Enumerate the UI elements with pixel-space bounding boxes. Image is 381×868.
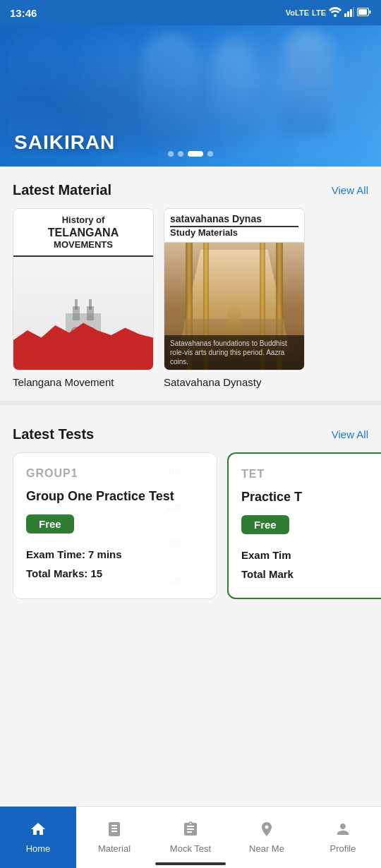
nav-item-home[interactable]: Home	[0, 807, 76, 868]
mock-test-nav-label: Mock Test	[170, 843, 211, 854]
hero-dot-4	[207, 151, 213, 157]
home-icon	[30, 821, 47, 840]
status-bar: 13:46 VoLTE LTE	[0, 0, 381, 25]
latest-material-header: Latest Material View All	[0, 167, 381, 208]
hero-banner: SAIKIRAN	[0, 25, 381, 167]
telangana-image-area	[13, 257, 153, 370]
telangana-book-cover: History of TELANGANA MOVEMENTS	[13, 209, 153, 370]
status-icons: VoLTE LTE	[286, 7, 371, 19]
lte-icon: LTE	[312, 8, 326, 17]
satavahana-footer: Satavahanas foundations to Buddhist role…	[164, 335, 304, 370]
latest-tests-title: Latest Tests	[13, 426, 94, 442]
material-card-telangana[interactable]: History of TELANGANA MOVEMENTS	[13, 208, 154, 388]
status-time: 13:46	[10, 7, 37, 19]
crowd-silhouette	[13, 320, 153, 370]
near-me-icon	[258, 821, 275, 840]
svg-rect-6	[370, 10, 371, 13]
wifi-icon	[329, 7, 341, 19]
watermark-tet: 100200300400	[346, 454, 381, 598]
profile-icon	[334, 821, 351, 840]
svg-rect-1	[344, 13, 346, 17]
telangana-book-line3: MOVEMENTS	[19, 239, 147, 251]
hero-title: SAIKIRAN	[14, 131, 115, 154]
satavahana-corridor: Satavahanas foundations to Buddhist role…	[164, 243, 304, 370]
main-content: Latest Material View All History of TELA…	[0, 167, 381, 673]
latest-material-title: Latest Material	[13, 182, 111, 198]
satavahana-title: satavahanas Dynas	[170, 213, 298, 227]
material-card-img-telangana: History of TELANGANA MOVEMENTS	[13, 208, 154, 370]
battery-icon	[357, 8, 371, 18]
svg-point-0	[334, 14, 337, 17]
svg-rect-7	[358, 9, 367, 15]
home-indicator	[155, 862, 226, 865]
material-icon	[106, 821, 123, 840]
latest-tests-section: Latest Tests View All 100200300400 GROUP…	[0, 411, 381, 609]
near-me-nav-label: Near Me	[249, 843, 284, 854]
free-badge-group1: Free	[26, 514, 74, 534]
satavahana-footer-text: Satavahanas foundations to Buddhist role…	[170, 339, 298, 366]
bottom-nav: Home Material Mock Test Near Me	[0, 806, 381, 868]
material-card-img-satavahana: satavahanas Dynas Study Materials	[164, 208, 305, 370]
tests-view-all[interactable]: View All	[332, 428, 368, 440]
material-card-satavahana[interactable]: satavahanas Dynas Study Materials	[164, 208, 305, 388]
hero-dot-3	[188, 151, 203, 157]
material-row: History of TELANGANA MOVEMENTS	[0, 208, 381, 395]
free-badge-tet: Free	[241, 515, 289, 534]
watermark-group1: 100200300400	[132, 453, 217, 598]
telangana-book-line2: TELANGANA	[19, 226, 147, 239]
nav-item-near-me[interactable]: Near Me	[229, 815, 305, 860]
mock-test-icon	[182, 821, 199, 840]
telangana-book-top: History of TELANGANA MOVEMENTS	[13, 209, 153, 257]
satavahana-sub: Study Materials	[170, 227, 298, 238]
volte-icon: VoLTE	[286, 8, 309, 17]
svg-rect-2	[347, 11, 349, 17]
satavahana-book-cover: satavahanas Dynas Study Materials	[164, 209, 304, 370]
svg-rect-12	[89, 299, 92, 310]
hero-dot-2	[178, 151, 183, 157]
telangana-card-label: Telangana Movement	[13, 376, 154, 388]
test-card-tet[interactable]: 100200300400 TET Practice T Free Exam Ti…	[227, 452, 381, 599]
svg-rect-4	[353, 7, 354, 17]
profile-nav-label: Profile	[330, 843, 356, 854]
latest-material-section: Latest Material View All History of TELA…	[0, 167, 381, 395]
hero-dots	[168, 151, 213, 157]
nav-item-material[interactable]: Material	[76, 815, 152, 860]
satavahana-book-header: satavahanas Dynas Study Materials	[164, 209, 304, 243]
svg-rect-11	[75, 299, 78, 310]
separator	[0, 401, 381, 405]
svg-rect-3	[350, 9, 352, 17]
material-nav-label: Material	[98, 843, 131, 854]
tests-row: 100200300400 GROUP1 Group One Practice T…	[0, 452, 381, 609]
signal-icon	[344, 7, 354, 19]
material-view-all[interactable]: View All	[332, 184, 368, 196]
telangana-book-line1: History of	[19, 215, 147, 226]
nav-item-profile[interactable]: Profile	[305, 815, 381, 860]
hero-dot-1	[168, 151, 174, 157]
test-card-group1[interactable]: 100200300400 GROUP1 Group One Practice T…	[13, 452, 217, 599]
nav-item-mock-test[interactable]: Mock Test	[152, 815, 229, 860]
home-nav-label: Home	[26, 843, 51, 854]
latest-tests-header: Latest Tests View All	[0, 411, 381, 452]
satavahana-card-label: Satavahana Dynasty	[164, 376, 305, 388]
